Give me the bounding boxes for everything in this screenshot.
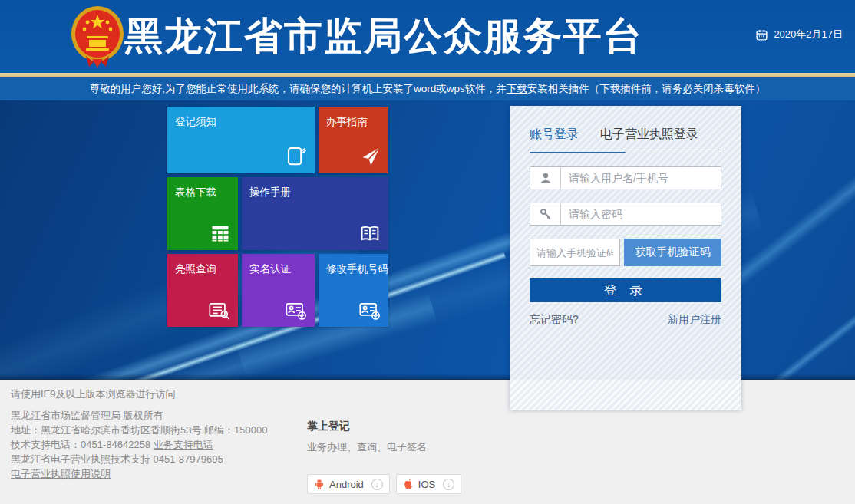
tile-label: 登记须知: [175, 116, 216, 127]
tech-phone-line: 技术支持电话：0451-84642258 业务支持电话: [11, 437, 267, 452]
compass-icon: [360, 146, 381, 167]
ios-download-button[interactable]: IOS ↓: [396, 474, 461, 494]
login-links: 忘记密码? 新用户注册: [530, 313, 721, 327]
notice-bar: 尊敬的用户您好,为了您能正常使用此系统，请确保您的计算机上安装了word或wps…: [0, 77, 855, 100]
tile-form-download[interactable]: 表格下载: [167, 177, 238, 250]
main-area: 登记须知 办事指南 表格下载 操作手册: [0, 100, 855, 380]
id-card-check-icon: [358, 301, 381, 321]
tab-underline: [530, 152, 721, 153]
mobile-app-title: 掌上登记: [307, 420, 461, 433]
notebook-icon: [285, 144, 308, 167]
table-icon: [210, 222, 231, 244]
sms-code-input[interactable]: [530, 239, 620, 266]
notice-text-after: 安装相关插件（下载插件前，请务必关闭杀毒软件）: [527, 82, 766, 96]
license-search-icon: [208, 301, 231, 321]
elicense-support-line: 黑龙江省电子营业执照技术支持 0451-87979695: [11, 452, 267, 466]
elicense-guide-link[interactable]: 电子营业执照使用说明: [11, 468, 111, 479]
tile-label: 办事指南: [326, 116, 368, 127]
android-icon: [314, 479, 325, 490]
tab-elicense-login[interactable]: 电子营业执照登录: [600, 127, 698, 152]
app-store-buttons: Android ↓ IOS ↓: [307, 474, 461, 494]
open-book-icon: [358, 222, 381, 244]
id-card-check-icon: [285, 301, 308, 321]
notice-text-before: 尊敬的用户您好,为了您能正常使用此系统，请确保您的计算机上安装了word或wps…: [90, 82, 507, 96]
date-text: 2020年2月17日: [774, 28, 843, 41]
date-display: 2020年2月17日: [755, 28, 843, 41]
register-link[interactable]: 新用户注册: [668, 313, 721, 327]
tile-label: 亮照查询: [175, 263, 216, 275]
tile-grid: 登记须知 办事指南 表格下载 操作手册: [167, 107, 388, 327]
download-plugin-link[interactable]: 下载: [507, 82, 527, 96]
tile-label: 实名认证: [249, 263, 291, 275]
forgot-password-link[interactable]: 忘记密码?: [530, 313, 579, 327]
password-field-group: [530, 203, 721, 226]
login-tabs: 账号登录 电子营业执照登录: [530, 121, 721, 152]
tile-registration-notes[interactable]: 登记须知: [167, 107, 315, 173]
tile-real-name-auth[interactable]: 实名认证: [242, 254, 315, 327]
calendar-icon: [755, 28, 768, 41]
sms-code-row: 获取手机验证码: [530, 239, 721, 266]
tile-operation-manual[interactable]: 操作手册: [242, 177, 388, 250]
header: 黑龙江省市监局公众服务平台 2020年2月17日: [0, 0, 855, 73]
download-icon: ↓: [371, 479, 383, 490]
login-panel: 账号登录 电子营业执照登录: [510, 106, 741, 410]
password-input[interactable]: [561, 203, 721, 225]
business-support-phone-link[interactable]: 业务支持电话: [154, 439, 213, 450]
tile-label: 操作手册: [249, 186, 291, 198]
user-icon: [530, 167, 561, 189]
get-sms-code-button[interactable]: 获取手机验证码: [624, 239, 721, 266]
username-input[interactable]: [561, 167, 721, 189]
key-icon: [530, 203, 561, 225]
browser-notice: 请使用IE9及以上版本浏览器进行访问: [11, 387, 267, 401]
national-emblem-icon: [71, 5, 124, 68]
username-field-group: [530, 166, 721, 189]
mobile-app-section: 掌上登记 业务办理、查询、电子签名 Android ↓: [307, 420, 461, 494]
login-button[interactable]: 登 录: [530, 278, 721, 302]
mobile-app-subtitle: 业务办理、查询、电子签名: [307, 440, 461, 454]
download-icon: ↓: [443, 479, 454, 490]
android-download-button[interactable]: Android ↓: [307, 474, 390, 494]
apple-icon: [403, 478, 414, 490]
tile-label: 表格下载: [175, 186, 216, 198]
tile-license-query[interactable]: 亮照查询: [167, 254, 238, 327]
android-label: Android: [329, 479, 364, 490]
ios-label: IOS: [418, 479, 435, 490]
tile-change-phone[interactable]: 修改手机号码: [319, 254, 388, 327]
footer-info: 请使用IE9及以上版本浏览器进行访问 黑龙江省市场监督管理局 版权所有 地址：黑…: [11, 387, 267, 481]
tile-label: 修改手机号码: [326, 263, 388, 275]
address-line: 地址：黑龙江省哈尔滨市香坊区香顺街53号 邮编：150000: [11, 423, 267, 437]
tile-service-guide[interactable]: 办事指南: [319, 107, 388, 173]
copyright-line: 黑龙江省市场监督管理局 版权所有: [11, 408, 267, 423]
tab-account-login[interactable]: 账号登录: [530, 127, 579, 152]
page-title: 黑龙江省市监局公众服务平台: [124, 0, 643, 73]
